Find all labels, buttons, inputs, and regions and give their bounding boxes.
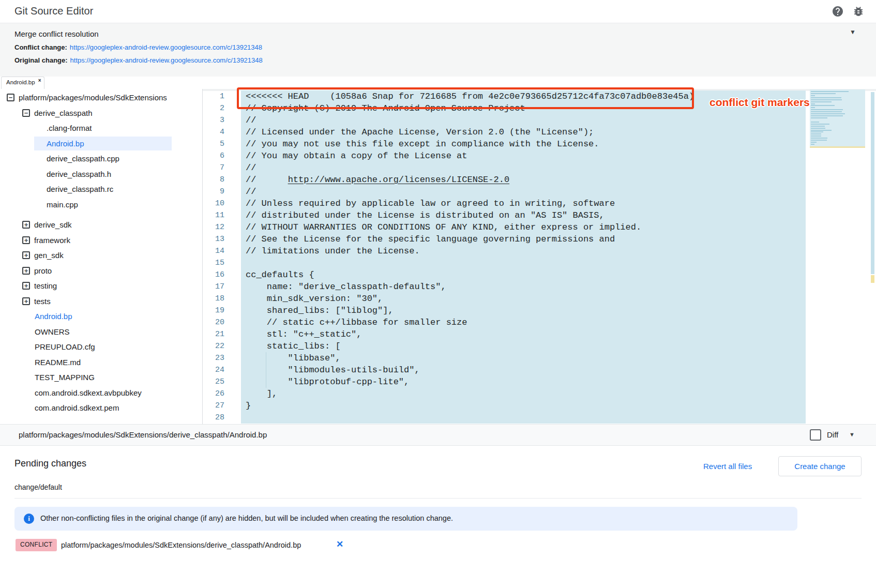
tree-item-Android.bp[interactable]: Android.bp bbox=[0, 136, 202, 152]
tree-item-com.android.sdkext.avbpubkey[interactable]: com.android.sdkext.avbpubkey bbox=[0, 385, 202, 401]
code-line[interactable]: 3// bbox=[203, 114, 806, 126]
overview-ruler-change-marker[interactable] bbox=[871, 92, 874, 274]
tree-item-platform-packages-modules-SdkExtensions[interactable]: −platform/packages/modules/SdkExtensions bbox=[0, 90, 202, 105]
tree-item-testing[interactable]: +testing bbox=[0, 278, 202, 294]
line-text: // Licensed under the Apache License, Ve… bbox=[241, 126, 806, 138]
tree-item-derive-classpath.h[interactable]: derive_classpath.h bbox=[0, 167, 202, 182]
code-lines[interactable]: 1<<<<<<< HEAD (1058a6 Snap for 7216685 f… bbox=[203, 91, 806, 424]
tab-android-bp[interactable]: Android.bp× bbox=[1, 77, 44, 89]
tree-item-label: testing bbox=[34, 281, 57, 290]
expand-icon[interactable]: + bbox=[22, 267, 30, 275]
line-text: name: "derive_classpath-defaults", bbox=[241, 281, 806, 293]
line-text: static_libs: [ bbox=[241, 340, 806, 352]
code-line[interactable]: 28 bbox=[203, 412, 806, 424]
line-number: 17 bbox=[203, 281, 241, 293]
code-line[interactable]: 13// See the License for the specific la… bbox=[203, 233, 806, 245]
line-number: 4 bbox=[203, 126, 241, 138]
minimap-line bbox=[811, 131, 823, 132]
tree-item-derive-classpath.rc[interactable]: derive_classpath.rc bbox=[0, 182, 202, 197]
line-text: // bbox=[241, 186, 806, 198]
code-line[interactable]: 26 ], bbox=[203, 388, 806, 400]
tree-item-label: OWNERS bbox=[35, 327, 70, 336]
minimap-block[interactable] bbox=[810, 89, 865, 146]
code-line[interactable]: 16cc_defaults { bbox=[203, 269, 806, 281]
expand-icon[interactable]: + bbox=[22, 221, 30, 229]
line-text: shared_libs: ["liblog"], bbox=[241, 305, 806, 316]
expand-icon[interactable]: + bbox=[22, 251, 30, 259]
minimap-line bbox=[811, 144, 814, 145]
line-number: 3 bbox=[203, 114, 241, 126]
conflict-change-link[interactable]: https://googleplex-android-review.google… bbox=[70, 43, 262, 51]
code-line[interactable]: 8// http://www.apache.org/licenses/LICEN… bbox=[203, 174, 806, 186]
code-line[interactable]: 10// Unless required by applicable law o… bbox=[203, 198, 806, 209]
info-banner: i Other non-conflicting files in the ori… bbox=[14, 507, 797, 531]
tree-item-label: derive_classpath.rc bbox=[47, 185, 113, 193]
create-change-button[interactable]: Create change bbox=[778, 456, 862, 476]
line-number: 5 bbox=[203, 138, 241, 150]
code-line[interactable]: 11// distributed under the License is di… bbox=[203, 209, 806, 221]
code-line[interactable]: 6// You may obtain a copy of the License… bbox=[203, 150, 806, 162]
code-line[interactable]: 21 stl: "c++_static", bbox=[203, 328, 806, 340]
revert-all-files-button[interactable]: Revert all files bbox=[703, 462, 752, 471]
tree-item-Android.bp[interactable]: Android.bp bbox=[0, 309, 202, 324]
code-line[interactable]: 23 "libbase", bbox=[203, 352, 806, 364]
tree-item-derive-classpath[interactable]: −derive_classpath bbox=[0, 105, 202, 121]
code-line[interactable]: 15 bbox=[203, 257, 806, 269]
line-number: 6 bbox=[203, 150, 241, 162]
tree-item-.clang-format[interactable]: .clang-format bbox=[0, 120, 202, 136]
expand-icon[interactable]: + bbox=[22, 236, 30, 244]
code-line[interactable]: 12// WITHOUT WARRANTIES OR CONDITIONS OF… bbox=[203, 221, 806, 233]
tree-item-tests[interactable]: +tests bbox=[0, 294, 202, 309]
code-line[interactable]: 19 shared_libs: ["liblog"], bbox=[203, 305, 806, 316]
expand-icon[interactable]: + bbox=[22, 297, 30, 305]
tree-item-derive-classpath.cpp[interactable]: derive_classpath.cpp bbox=[0, 151, 202, 167]
code-line[interactable]: 7// bbox=[203, 162, 806, 174]
tree-item-com.android.sdkext.pem[interactable]: com.android.sdkext.pem bbox=[0, 400, 202, 416]
line-text: // bbox=[241, 114, 806, 126]
tree-item-label: main.cpp bbox=[47, 200, 78, 209]
tree-item-label: README.md bbox=[35, 358, 81, 367]
bug-report-icon[interactable] bbox=[852, 5, 865, 18]
code-line[interactable]: 14// limitations under the License. bbox=[203, 245, 806, 257]
help-icon[interactable] bbox=[832, 5, 844, 18]
tree-item-proto[interactable]: +proto bbox=[0, 263, 202, 279]
tree-item-label: gen_sdk bbox=[34, 251, 64, 260]
tree-item-label: .clang-format bbox=[47, 124, 92, 132]
code-line[interactable]: 22 static_libs: [ bbox=[203, 340, 806, 352]
remove-file-icon[interactable]: ✕ bbox=[336, 539, 343, 550]
diff-dropdown-icon[interactable]: ▼ bbox=[849, 431, 855, 438]
tree-item-TEST-MAPPING[interactable]: TEST_MAPPING bbox=[0, 370, 202, 385]
collapse-panel-icon[interactable]: ▼ bbox=[850, 28, 856, 36]
diff-checkbox[interactable] bbox=[810, 429, 821, 441]
line-number: 19 bbox=[203, 305, 241, 316]
code-line[interactable]: 24 "libmodules-utils-build", bbox=[203, 364, 806, 376]
tree-item-PREUPLOAD.cfg[interactable]: PREUPLOAD.cfg bbox=[0, 339, 202, 355]
code-line[interactable]: 25 "libprotobuf-cpp-lite", bbox=[203, 376, 806, 388]
line-text: // You may obtain a copy of the License … bbox=[241, 150, 806, 162]
collapse-icon[interactable]: − bbox=[22, 109, 30, 117]
code-line[interactable]: 9// bbox=[203, 186, 806, 198]
code-line[interactable]: 18 min_sdk_version: "30", bbox=[203, 293, 806, 305]
minimap-line bbox=[811, 93, 836, 94]
tree-item-README.md[interactable]: README.md bbox=[0, 355, 202, 370]
tree-item-OWNERS[interactable]: OWNERS bbox=[0, 324, 202, 340]
tree-item-framework[interactable]: +framework bbox=[0, 233, 202, 248]
minimap-line bbox=[811, 91, 849, 92]
tree-item-gen-sdk[interactable]: +gen_sdk bbox=[0, 248, 202, 263]
code-line[interactable]: 27} bbox=[203, 400, 806, 412]
tree-item-label: proto bbox=[34, 266, 52, 275]
code-line[interactable]: 5// you may not use this file except in … bbox=[203, 138, 806, 150]
expand-icon[interactable]: + bbox=[22, 282, 30, 290]
tab-close-icon[interactable]: × bbox=[38, 78, 41, 83]
line-text: cc_defaults { bbox=[241, 269, 806, 281]
original-change-link[interactable]: https://googleplex-android-review.google… bbox=[70, 56, 263, 64]
code-line[interactable]: 17 name: "derive_classpath-defaults", bbox=[203, 281, 806, 293]
code-line[interactable]: 4// Licensed under the Apache License, V… bbox=[203, 126, 806, 138]
minimap-line bbox=[811, 140, 827, 141]
line-text: // http://www.apache.org/licenses/LICENS… bbox=[241, 174, 806, 186]
collapse-icon[interactable]: − bbox=[7, 94, 14, 101]
tree-item-main.cpp[interactable]: main.cpp bbox=[0, 197, 202, 213]
tree-item-derive-sdk[interactable]: +derive_sdk bbox=[0, 217, 202, 233]
line-number: 27 bbox=[203, 400, 241, 412]
code-line[interactable]: 20 // static c++/libbase for smaller siz… bbox=[203, 316, 806, 328]
